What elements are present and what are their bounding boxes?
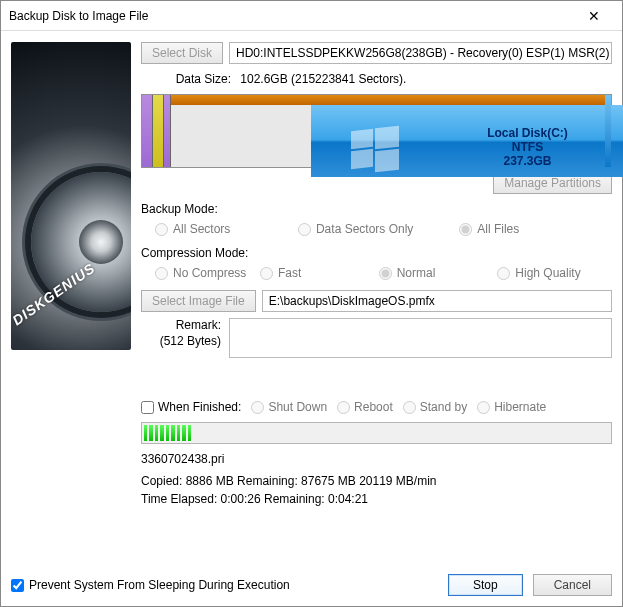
remark-textarea[interactable] <box>229 318 612 358</box>
backup-dialog: Backup Disk to Image File ✕ DISKGENIUS S… <box>0 0 623 607</box>
content: DISKGENIUS Select Disk HD0:INTELSSDPEKKW… <box>1 32 622 606</box>
window-title: Backup Disk to Image File <box>9 9 574 23</box>
progress-time-line: Time Elapsed: 0:00:26 Remaining: 0:04:21 <box>141 490 612 508</box>
disk-path-field: HD0:INTELSSDPEKKW256G8(238GB) - Recovery… <box>229 42 612 64</box>
disk-illustration: DISKGENIUS <box>11 42 131 350</box>
compression-fast[interactable]: Fast <box>260 266 375 280</box>
compression-mode-group: Compression Mode: No Compress Fast Norma… <box>141 246 612 280</box>
progress-bar <box>141 422 612 444</box>
compression-high[interactable]: High Quality <box>497 266 612 280</box>
backup-mode-all-sectors[interactable]: All Sectors <box>141 222 294 236</box>
backup-mode-all-files[interactable]: All Files <box>459 222 612 236</box>
remark-label: Remark: <box>141 318 221 334</box>
titlebar: Backup Disk to Image File ✕ <box>1 1 622 31</box>
when-finished-row: When Finished: Shut Down Reboot Stand by… <box>141 400 612 414</box>
brand-label: DISKGENIUS <box>11 260 98 329</box>
data-size-row: Data Size: 102.6GB (215223841 Sectors). <box>141 72 612 86</box>
prevent-sleep-checkbox[interactable]: Prevent System From Sleeping During Exec… <box>11 578 448 592</box>
image-file-row: Select Image File E:\backups\DiskImageOS… <box>141 290 612 312</box>
partition-size: 237.3GB <box>503 154 551 168</box>
select-disk-button[interactable]: Select Disk <box>141 42 223 64</box>
close-icon[interactable]: ✕ <box>574 8 614 24</box>
compression-mode-title: Compression Mode: <box>141 246 612 260</box>
select-disk-row: Select Disk HD0:INTELSSDPEKKW256G8(238GB… <box>141 42 612 64</box>
backup-mode-group: Backup Mode: All Sectors Data Sectors On… <box>141 202 612 236</box>
remark-bytes-label: (512 Bytes) <box>141 334 221 350</box>
when-finished-hibernate[interactable]: Hibernate <box>477 400 546 414</box>
diskmap-header-stripe <box>142 95 611 105</box>
when-finished-shutdown[interactable]: Shut Down <box>251 400 327 414</box>
cancel-button[interactable]: Cancel <box>533 574 612 596</box>
current-file: 3360702438.pri <box>141 452 612 466</box>
stop-button[interactable]: Stop <box>448 574 523 596</box>
bottom-bar: Prevent System From Sleeping During Exec… <box>11 574 612 596</box>
compression-normal[interactable]: Normal <box>379 266 494 280</box>
partition-recovery[interactable] <box>142 95 153 167</box>
when-finished-checkbox[interactable]: When Finished: <box>141 400 241 414</box>
main-panel: Select Disk HD0:INTELSSDPEKKW256G8(238GB… <box>141 42 612 596</box>
when-finished-reboot[interactable]: Reboot <box>337 400 393 414</box>
partition-esp[interactable] <box>153 95 164 167</box>
windows-logo-icon <box>351 127 399 171</box>
compression-none[interactable]: No Compress <box>141 266 256 280</box>
progress-fill <box>144 425 191 441</box>
progress-stats: Copied: 8886 MB Remaining: 87675 MB 2011… <box>141 472 612 508</box>
backup-mode-data-only[interactable]: Data Sectors Only <box>298 222 455 236</box>
partition-tail[interactable] <box>605 95 611 167</box>
backup-mode-title: Backup Mode: <box>141 202 612 216</box>
partition-name: Local Disk(C:) <box>487 126 568 140</box>
when-finished-standby[interactable]: Stand by <box>403 400 467 414</box>
data-size-label: Data Size: <box>161 72 231 86</box>
select-image-file-button[interactable]: Select Image File <box>141 290 256 312</box>
partition-local-disk-c[interactable]: Local Disk(C:) NTFS 237.3GB <box>311 105 623 177</box>
partition-map: Local Disk(C:) NTFS 237.3GB <box>141 94 612 168</box>
data-size-value: 102.6GB (215223841 Sectors). <box>240 72 406 86</box>
partition-msr[interactable] <box>164 95 171 167</box>
remark-row: Remark: (512 Bytes) <box>141 318 612 358</box>
progress-copied-line: Copied: 8886 MB Remaining: 87675 MB 2011… <box>141 472 612 490</box>
partition-fs: NTFS <box>512 140 543 154</box>
image-file-path: E:\backups\DiskImageOS.pmfx <box>262 290 612 312</box>
